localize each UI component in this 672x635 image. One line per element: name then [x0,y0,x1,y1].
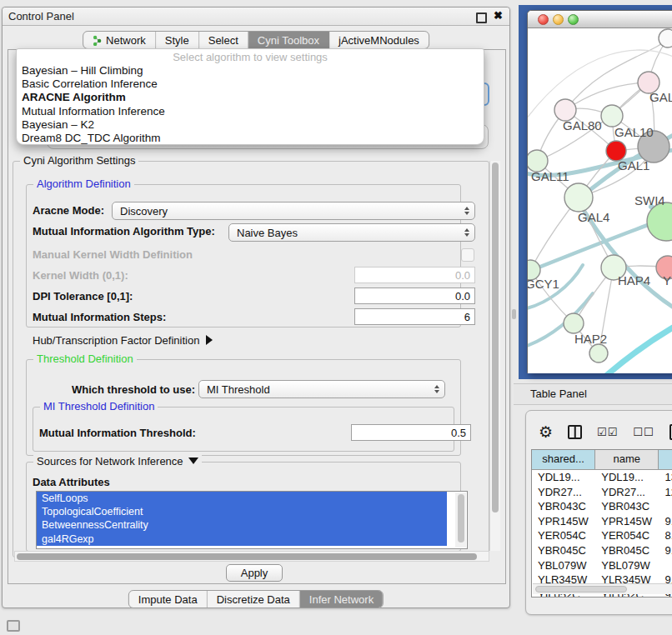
apply-button[interactable]: Apply [226,564,283,582]
data-attributes-label: Data Attributes [33,476,110,488]
tab-impute-data[interactable]: Impute Data [129,591,208,608]
mi-threshold-label: Mutual Information Threshold: [39,427,196,439]
algorithm-option[interactable]: Bayesian – K2 [17,118,484,132]
network-node-gal4[interactable] [564,183,593,212]
column-header[interactable]: A [659,450,672,469]
table-row[interactable]: YER054CYER054C8. [532,528,672,543]
network-node-label: GAL10 [614,125,654,139]
gear-icon[interactable]: ⚙ [539,424,553,440]
network-node-label: GAL80 [563,118,602,132]
threshold-definition-title: Threshold Definition [33,352,137,365]
attribute-list-item[interactable]: BetweennessCentrality [37,518,447,532]
attributes-list-scrollbar[interactable] [455,492,466,548]
algorithm-popup-prompt: Select algorithm to view settings [17,50,484,64]
deselect-all-columns-icon[interactable]: ☐☐ [633,426,654,438]
table-cell: YBR045C [532,543,595,558]
table-cell: YER054C [595,528,659,543]
network-node-gal10[interactable] [601,105,623,127]
aracne-mode-combo[interactable]: Discovery [112,202,475,220]
tab-select[interactable]: Select [199,32,248,48]
mi-steps-value: 6 [464,311,470,323]
settings-horizontal-scrollbar[interactable] [14,551,489,562]
algorithm-option[interactable]: Bayesian – Hill Climbing [17,64,484,78]
minimized-panel-icon[interactable] [7,620,20,632]
minimize-traffic-light-icon[interactable] [553,14,564,25]
kernel-width-label: Kernel Width (0,1): [33,269,128,282]
kernel-width-field[interactable]: 0.0 [354,267,475,283]
network-node[interactable] [659,29,672,48]
aracne-mode-value: Discovery [120,205,168,218]
tab-cyni-toolbox[interactable]: Cyni Toolbox [248,32,329,48]
which-threshold-label: Which threshold to use: [72,383,195,396]
tab-jactivemnodules[interactable]: jActiveMNodules [329,32,429,48]
which-threshold-value: MI Threshold [207,383,270,396]
algorithm-option[interactable]: Mutual Information Inference [17,105,484,118]
algorithm-option[interactable]: ARACNE Algorithm [17,91,484,104]
aracne-mode-label: Aracne Mode: [33,204,104,217]
select-all-columns-icon[interactable]: ☑☑ [597,426,618,438]
table-cell: YDR27... [532,485,595,500]
network-node-hap2[interactable] [564,313,584,333]
sources-group-title[interactable]: Sources for Network Inference [33,455,202,468]
network-edge[interactable] [607,320,672,373]
table-header-row: shared...nameA [532,450,672,470]
table-row[interactable]: YDR27...YDR27...12 [532,485,672,500]
node-table: shared...nameA YDL19...YDL19...13YDR27..… [531,449,672,598]
network-canvas[interactable]: GALGAL80GAL10GAL1GAL11GAL4SWI4GCY1HAP4YH… [528,28,672,373]
table-row[interactable]: YBR043CYBR043C [532,499,672,514]
table-cell: YBR045C [595,543,659,558]
data-attributes-list[interactable]: SelfLoopsTopologicalCoefficientBetweenne… [36,491,468,549]
panel-splitter-grip[interactable] [512,309,516,319]
attribute-list-item[interactable]: SelfLoops [37,492,447,505]
zoom-traffic-light-icon[interactable] [568,14,579,25]
mi-type-label: Mutual Information Algorithm Type: [33,225,215,238]
manual-kernel-checkbox[interactable] [461,248,474,262]
mi-threshold-field[interactable]: 0.5 [351,424,471,441]
network-graph: GALGAL80GAL10GAL1GAL11GAL4SWI4GCY1HAP4YH… [528,28,672,373]
dpi-tolerance-value: 0.0 [455,290,470,302]
table-cell: 12 [659,485,672,500]
stepper-icon [464,228,469,237]
table-row[interactable]: YDL19...YDL19...13 [532,470,672,485]
top-tab-bar: NetworkStyleSelectCyni ToolboxjActiveMNo… [83,31,429,49]
mi-steps-label: Mutual Information Steps: [33,311,166,323]
tab-style[interactable]: Style [156,32,199,48]
table-row[interactable]: YBR045CYBR045C9. [532,543,672,558]
settings-vertical-scrollbar[interactable] [489,161,500,551]
column-header[interactable]: name [595,450,659,469]
table-cell [659,499,672,514]
table-horizontal-scrollbar[interactable] [533,583,672,594]
mi-steps-field[interactable]: 6 [354,308,475,325]
network-node-label: GAL11 [531,169,569,183]
network-node-label: GCY1 [528,277,559,291]
mi-type-combo[interactable]: Naive Bayes [228,223,475,242]
table-cell: YDL19... [532,470,595,485]
close-traffic-light-icon[interactable] [538,14,549,25]
dpi-tolerance-label: DPI Tolerance [0,1]: [33,290,133,302]
attribute-list-item[interactable]: gal4RGexp [37,532,447,546]
close-panel-icon[interactable]: ✖ [494,9,503,22]
table-row[interactable]: YBL079WYBL079W [532,558,672,573]
table-cell: 9. [659,543,672,558]
columns-icon[interactable] [568,425,582,439]
algorithm-option[interactable]: Basic Correlation Inference [17,78,484,91]
attribute-list-item[interactable]: TopologicalCoefficient [37,505,447,518]
control-panel-window: Control Panel ✖ NetworkStyleSelectCyni T… [2,7,510,608]
dpi-tolerance-field[interactable]: 0.0 [354,288,475,304]
table-cell: YDR27... [595,485,659,500]
table-cell: 13 [659,470,672,485]
network-icon [93,35,102,46]
network-node[interactable] [589,344,608,362]
column-header[interactable]: shared... [532,450,595,469]
hub-definition-toggle[interactable]: Hub/Transcription Factor Definition [33,334,213,347]
table-cell: 8. [659,528,672,543]
algorithm-option[interactable]: Dream8 DC_TDC Algorithm [17,132,484,145]
tab-discretize-data[interactable]: Discretize Data [208,591,300,608]
tab-infer-network[interactable]: Infer Network [300,591,383,608]
which-threshold-combo[interactable]: MI Threshold [198,380,445,398]
table-row[interactable]: YPR145WYPR145W9. [532,514,672,529]
float-panel-icon[interactable] [476,12,487,23]
network-node-label: SWI4 [634,193,665,208]
tab-network[interactable]: Network [83,32,156,48]
table-cell: YPR145W [595,514,659,529]
